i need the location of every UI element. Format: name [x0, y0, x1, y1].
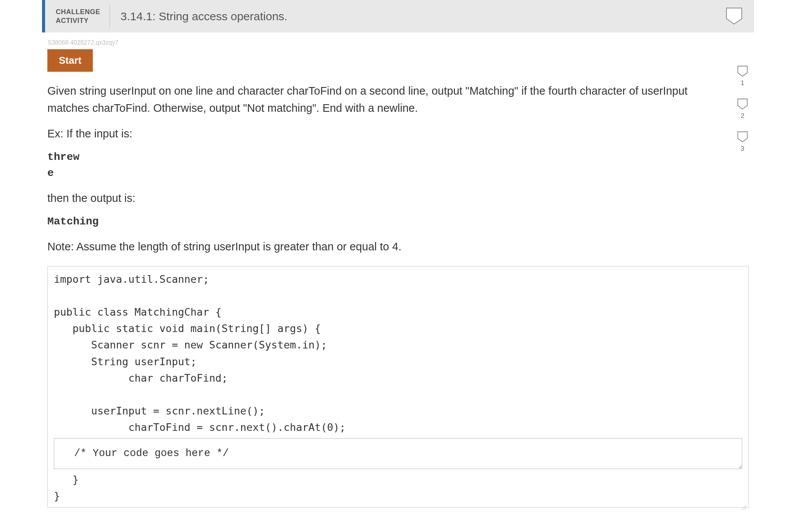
pocket-icon: [737, 66, 748, 77]
svg-line-2: [746, 509, 746, 510]
pocket-icon[interactable]: [726, 7, 743, 26]
progress-step-1[interactable]: 1: [737, 66, 748, 87]
progress-step-number: 2: [741, 112, 744, 120]
activity-content: 538068.4028272.qx3zqy7 Start Given strin…: [42, 39, 754, 508]
activity-type-line1: CHALLENGE: [56, 8, 100, 16]
example-output-value: Matching: [47, 214, 749, 230]
progress-step-number: 3: [741, 145, 744, 153]
example-input-value: threw e: [47, 149, 749, 181]
progress-step-3[interactable]: 3: [737, 131, 748, 153]
then-output-label: then the output is:: [47, 190, 689, 207]
code-editor[interactable]: import java.util.Scanner; public class M…: [47, 266, 749, 508]
progress-step-number: 1: [741, 79, 744, 87]
activity-type-line2: ACTIVITY: [56, 16, 100, 25]
activity-header: CHALLENGE ACTIVITY 3.14.1: String access…: [42, 0, 754, 32]
code-after-readonly: } }: [48, 471, 748, 504]
code-editable-region[interactable]: /* Your code goes here */: [54, 438, 742, 469]
example-input-label: Ex: If the input is:: [47, 125, 689, 142]
progress-step-2[interactable]: 2: [737, 98, 748, 120]
pocket-icon: [737, 131, 748, 143]
activity-title: 3.14.1: String access operations.: [121, 10, 288, 23]
start-button[interactable]: Start: [47, 49, 93, 72]
assumption-note: Note: Assume the length of string userIn…: [47, 238, 689, 255]
svg-line-1: [744, 507, 746, 510]
prompt-text: Given string userInput on one line and c…: [47, 82, 689, 117]
activity-type-label: CHALLENGE ACTIVITY: [45, 4, 110, 29]
activity-id: 538068.4028272.qx3zqy7: [48, 39, 749, 46]
svg-line-0: [742, 505, 746, 510]
code-before-readonly: import java.util.Scanner; public class M…: [48, 271, 748, 436]
pocket-icon: [737, 98, 748, 110]
progress-rail: 1 2 3: [737, 66, 748, 153]
